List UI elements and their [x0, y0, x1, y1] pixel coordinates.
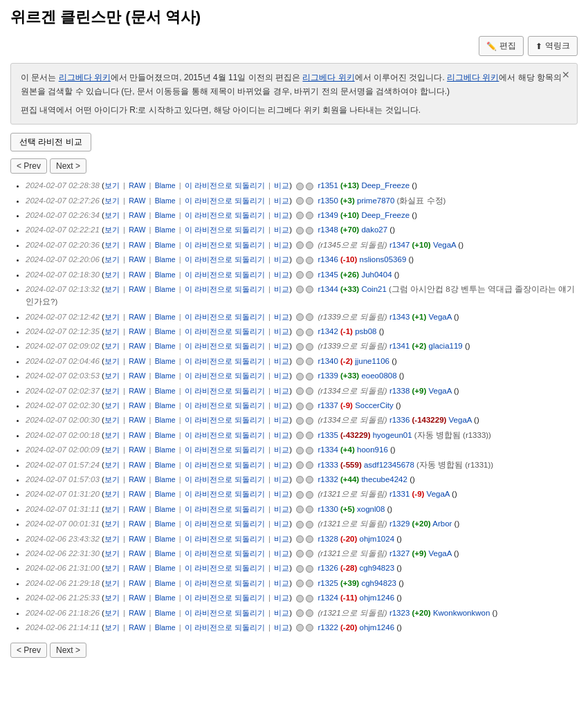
user-link[interactable]: VegaA — [427, 490, 450, 498]
user-link[interactable]: nslions05369 — [360, 255, 407, 264]
raw-link[interactable]: RAW — [129, 475, 145, 484]
view-link[interactable]: 보기 — [104, 327, 120, 335]
radio-circles[interactable] — [296, 373, 313, 380]
revision-link[interactable]: r1344 — [318, 285, 338, 293]
revert-link[interactable]: 이 라비전으로 되돌리기 — [185, 519, 265, 528]
revision-link[interactable]: r1328 — [318, 535, 338, 543]
user-link[interactable]: VegaA — [433, 241, 456, 249]
user-link[interactable]: Deep_Freeze — [361, 211, 410, 219]
revert-link[interactable]: 이 라비전으로 되돌리기 — [185, 623, 265, 632]
blame-link[interactable]: Blame — [155, 371, 176, 380]
raw-link[interactable]: RAW — [129, 431, 145, 439]
radio-from[interactable] — [296, 241, 304, 249]
radio-to[interactable] — [306, 461, 313, 469]
view-link[interactable]: 보기 — [104, 255, 120, 264]
revision-link[interactable]: r1347 — [389, 241, 410, 249]
raw-link[interactable]: RAW — [129, 579, 145, 587]
view-link[interactable]: 보기 — [104, 416, 120, 424]
view-link[interactable]: 보기 — [104, 371, 120, 380]
view-link[interactable]: 보기 — [104, 609, 120, 617]
radio-from[interactable] — [296, 358, 304, 365]
radio-circles[interactable] — [296, 476, 313, 484]
user-link[interactable]: hyogeun01 — [373, 431, 412, 439]
view-link[interactable]: 보기 — [104, 196, 120, 205]
revision-link[interactable]: r1326 — [318, 564, 338, 572]
radio-circles[interactable] — [296, 491, 313, 499]
radio-from[interactable] — [296, 565, 304, 573]
raw-link[interactable]: RAW — [129, 255, 145, 264]
radio-circles[interactable] — [296, 624, 313, 632]
raw-link[interactable]: RAW — [129, 564, 145, 572]
user-link[interactable]: jjune1106 — [355, 357, 389, 365]
radio-to[interactable] — [306, 432, 313, 439]
radio-to[interactable] — [306, 313, 313, 321]
diff-link[interactable]: 비교 — [274, 387, 289, 395]
blame-link[interactable]: Blame — [155, 270, 176, 279]
raw-link[interactable]: RAW — [129, 505, 145, 513]
raw-link[interactable]: RAW — [129, 357, 145, 365]
view-link[interactable]: 보기 — [104, 623, 120, 632]
revert-link[interactable]: 이 라비전으로 되돌리기 — [185, 327, 265, 335]
raw-link[interactable]: RAW — [129, 549, 145, 558]
view-link[interactable]: 보기 — [104, 490, 120, 498]
diff-link[interactable]: 비교 — [274, 519, 289, 528]
view-link[interactable]: 보기 — [104, 225, 120, 234]
revision-link[interactable]: r1322 — [318, 623, 338, 632]
radio-to[interactable] — [306, 387, 313, 395]
radio-from[interactable] — [296, 329, 304, 336]
view-link[interactable]: 보기 — [104, 579, 120, 587]
user-link[interactable]: eoeo0808 — [361, 371, 396, 380]
radio-from[interactable] — [296, 286, 304, 293]
revert-link[interactable]: 이 라비전으로 되돌리기 — [185, 401, 265, 409]
radio-from[interactable] — [296, 447, 304, 454]
user-link[interactable]: VegaA — [428, 549, 451, 558]
radio-to[interactable] — [306, 580, 313, 587]
blame-link[interactable]: Blame — [155, 431, 176, 439]
radio-from[interactable] — [296, 609, 304, 617]
revision-link[interactable]: r1339 — [318, 371, 338, 380]
radio-circles[interactable] — [296, 241, 313, 249]
radio-circles[interactable] — [296, 257, 313, 264]
revert-link[interactable]: 이 라비전으로 되돌리기 — [185, 270, 265, 279]
raw-link[interactable]: RAW — [129, 181, 145, 190]
blame-link[interactable]: Blame — [155, 342, 176, 350]
radio-from[interactable] — [296, 197, 304, 205]
diff-link[interactable]: 비교 — [274, 623, 289, 632]
ligveda-link1[interactable]: 리그베다 위키 — [59, 73, 111, 82]
user-link[interactable]: Coin21 — [361, 285, 386, 293]
radio-to[interactable] — [306, 329, 313, 336]
radio-from[interactable] — [296, 183, 304, 190]
radio-to[interactable] — [306, 417, 313, 425]
raw-link[interactable]: RAW — [129, 490, 145, 498]
radio-to[interactable] — [306, 491, 313, 499]
diff-link[interactable]: 비교 — [274, 181, 289, 190]
revision-link[interactable]: r1334 — [318, 445, 338, 454]
view-link[interactable]: 보기 — [104, 445, 120, 454]
raw-link[interactable]: RAW — [129, 241, 145, 249]
diff-link[interactable]: 비교 — [274, 505, 289, 513]
radio-to[interactable] — [306, 624, 313, 632]
blame-link[interactable]: Blame — [155, 401, 176, 409]
blame-link[interactable]: Blame — [155, 623, 176, 632]
radio-circles[interactable] — [296, 227, 313, 234]
radio-circles[interactable] — [296, 461, 313, 469]
next-button-top[interactable]: Next > — [50, 158, 86, 174]
blame-link[interactable]: Blame — [155, 519, 176, 528]
radio-circles[interactable] — [296, 417, 313, 425]
revert-link[interactable]: 이 라비전으로 되돌리기 — [185, 431, 265, 439]
diff-link[interactable]: 비교 — [274, 196, 289, 205]
raw-link[interactable]: RAW — [129, 270, 145, 279]
view-link[interactable]: 보기 — [104, 285, 120, 293]
radio-to[interactable] — [306, 565, 313, 573]
user-link[interactable]: Deep_Freeze — [361, 181, 410, 190]
blame-link[interactable]: Blame — [155, 255, 176, 264]
radio-circles[interactable] — [296, 550, 313, 558]
blame-link[interactable]: Blame — [155, 313, 176, 321]
radio-from[interactable] — [296, 313, 304, 321]
revert-link[interactable]: 이 라비전으로 되돌리기 — [185, 475, 265, 484]
revision-link[interactable]: r1337 — [318, 401, 338, 409]
user-link[interactable]: Kwonkwonkwon — [433, 609, 490, 617]
revision-link[interactable]: r1331 — [389, 490, 410, 498]
raw-link[interactable]: RAW — [129, 623, 145, 632]
view-link[interactable]: 보기 — [104, 401, 120, 409]
